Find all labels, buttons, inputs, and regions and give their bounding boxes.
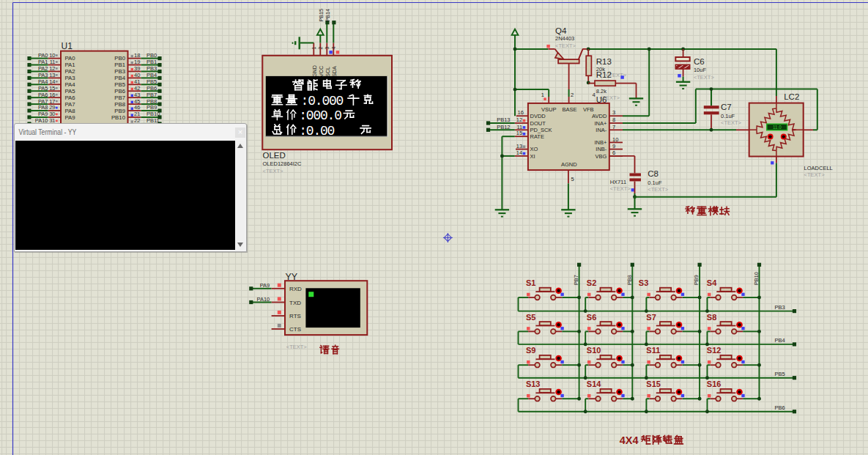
svg-text:TXD: TXD (289, 300, 301, 306)
svg-text:46: 46 (134, 104, 140, 111)
svg-text:S6: S6 (587, 313, 596, 322)
svg-text:PA8: PA8 (65, 108, 75, 114)
svg-text:S3: S3 (639, 278, 648, 287)
svg-text:RATE: RATE (530, 133, 544, 140)
svg-text:PB5: PB5 (114, 81, 125, 88)
svg-text:2: 2 (571, 92, 574, 98)
svg-text:<TEXT>: <TEXT> (286, 344, 308, 350)
svg-text:HX711: HX711 (610, 179, 626, 185)
svg-text:VSUP: VSUP (541, 106, 556, 113)
svg-text:<TEXT>: <TEXT> (648, 186, 669, 193)
svg-text:AGND: AGND (561, 161, 577, 168)
svg-text:PB10: PB10 (146, 111, 160, 117)
svg-text:SDA: SDA (331, 66, 338, 77)
svg-text:PB9: PB9 (146, 104, 157, 111)
svg-text:PA4: PA4 (38, 78, 48, 85)
svg-text:S14: S14 (587, 380, 601, 388)
svg-text:PB6: PB6 (775, 404, 785, 411)
svg-text:12: 12 (516, 116, 522, 123)
svg-text:PA0: PA0 (38, 52, 48, 59)
svg-text:VFB: VFB (583, 106, 594, 113)
svg-text:18: 18 (134, 52, 140, 59)
svg-text:PA6: PA6 (38, 92, 48, 98)
svg-text:PA7: PA7 (38, 98, 48, 105)
svg-text:<TEXT>: <TEXT> (610, 185, 631, 192)
svg-text:<TEXT>: <TEXT> (804, 171, 826, 178)
svg-text:PB0: PB0 (114, 55, 125, 62)
svg-text:PA0: PA0 (65, 55, 76, 62)
svg-text:PB6: PB6 (114, 88, 125, 95)
svg-text:14: 14 (516, 149, 522, 156)
svg-text:39: 39 (134, 65, 140, 72)
svg-text:PB3: PB3 (775, 304, 785, 311)
svg-text:PA9: PA9 (260, 282, 270, 289)
svg-text:<TEXT>: <TEXT> (721, 119, 742, 126)
svg-text:C7: C7 (721, 103, 732, 111)
svg-text:16: 16 (49, 92, 55, 98)
svg-text:PB9: PB9 (693, 275, 700, 285)
svg-text:21: 21 (134, 111, 140, 117)
svg-text:DVDD: DVDD (530, 113, 546, 119)
svg-text:S4: S4 (707, 278, 717, 287)
svg-text:PA3: PA3 (38, 72, 48, 78)
svg-text::000.0: :000.0 (299, 108, 341, 123)
svg-text:PA7: PA7 (65, 101, 75, 108)
svg-text:42: 42 (134, 85, 140, 92)
svg-text:19: 19 (134, 59, 140, 65)
svg-text:16: 16 (518, 109, 524, 116)
svg-text:40: 40 (134, 72, 140, 78)
svg-text:XO: XO (530, 146, 538, 152)
svg-text:DOUT: DOUT (530, 120, 546, 127)
svg-text:PA9: PA9 (65, 114, 75, 121)
svg-text:SCL: SCL (324, 67, 331, 77)
svg-text:OLED12864I2C: OLED12864I2C (263, 160, 303, 167)
svg-text:0.1uF: 0.1uF (721, 113, 735, 119)
svg-text:S10: S10 (587, 346, 601, 355)
svg-text:8.2k: 8.2k (596, 88, 607, 95)
svg-text:5: 5 (571, 176, 574, 182)
svg-text:10: 10 (612, 136, 618, 143)
svg-text:PA2: PA2 (38, 65, 48, 72)
svg-text:S7: S7 (646, 313, 656, 322)
svg-text:PA5: PA5 (65, 88, 76, 95)
svg-text:1: 1 (541, 92, 544, 98)
svg-text:U1: U1 (62, 41, 73, 51)
svg-text:GND: GND (311, 65, 318, 77)
svg-text:10uF: 10uF (694, 67, 707, 73)
svg-text:PB8: PB8 (626, 275, 633, 285)
svg-text:LOADCELL: LOADCELL (804, 165, 833, 171)
svg-text:S16: S16 (707, 380, 722, 388)
svg-text:3: 3 (612, 109, 615, 116)
svg-text:0.1uF: 0.1uF (648, 180, 662, 186)
svg-text:15: 15 (49, 85, 55, 92)
svg-text:30: 30 (49, 111, 55, 117)
svg-text:17: 17 (49, 98, 55, 105)
svg-text:S8: S8 (707, 313, 716, 322)
svg-text:U6: U6 (596, 95, 607, 104)
svg-text:BASE: BASE (562, 106, 576, 113)
svg-text:PA4: PA4 (65, 81, 76, 88)
svg-text:1: 1 (311, 47, 316, 50)
svg-text:10: 10 (49, 52, 55, 59)
svg-text:4X4: 4X4 (620, 434, 639, 446)
svg-text:2N4403: 2N4403 (555, 35, 574, 42)
svg-text:VCC: VCC (318, 66, 324, 77)
svg-text:PB3: PB3 (114, 68, 125, 75)
svg-text:PA2: PA2 (65, 68, 75, 75)
svg-text:PD_SCK: PD_SCK (530, 127, 552, 133)
svg-text:S2: S2 (587, 278, 596, 287)
svg-text:PB10: PB10 (111, 114, 126, 121)
svg-text:PB0: PB0 (146, 52, 157, 59)
svg-text:S13: S13 (526, 380, 541, 388)
svg-text:PB1: PB1 (146, 59, 157, 65)
svg-text::0.000: :0.000 (301, 94, 344, 108)
svg-text:S15: S15 (646, 380, 661, 388)
svg-text:PB3: PB3 (146, 65, 157, 72)
svg-text:<TEXT>: <TEXT> (555, 42, 576, 49)
svg-text:PA9: PA9 (38, 111, 48, 117)
svg-text:PB6: PB6 (146, 85, 157, 92)
svg-text:6: 6 (612, 149, 615, 156)
svg-text:INA+: INA+ (594, 120, 607, 127)
svg-text:PB13: PB13 (497, 116, 510, 123)
svg-text:Q4: Q4 (555, 26, 567, 35)
